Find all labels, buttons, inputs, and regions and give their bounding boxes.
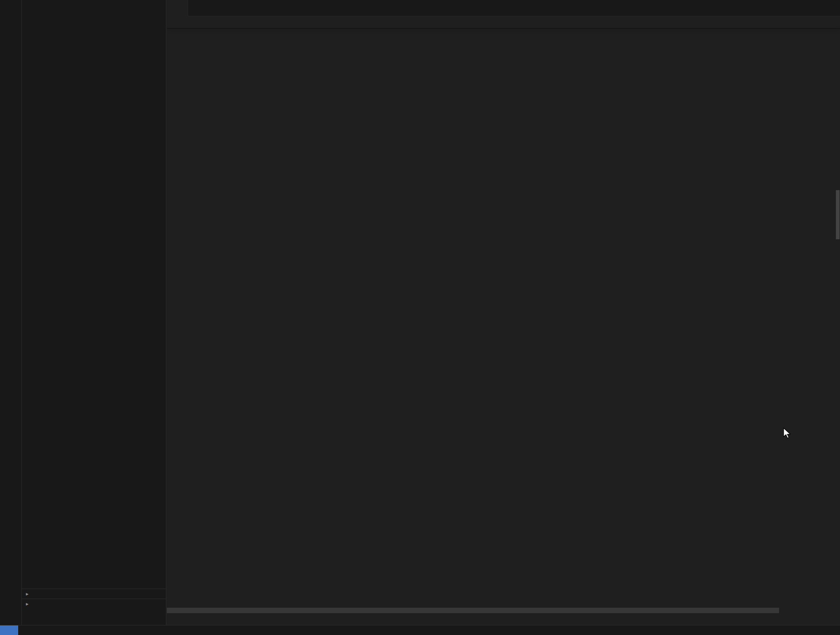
horizontal-scrollbar[interactable] <box>167 608 779 613</box>
minimap[interactable] <box>779 25 835 625</box>
vertical-scrollbar[interactable] <box>835 0 840 625</box>
breadcrumb <box>167 16 840 28</box>
chevron-right-icon: ▸ <box>24 591 31 596</box>
remote-indicator[interactable] <box>0 625 18 635</box>
status-bar <box>0 625 840 635</box>
explorer-sidebar: ▸ ▸ <box>22 0 166 625</box>
tab-catalog-template-yaml[interactable] <box>167 0 188 16</box>
editor-group <box>167 0 840 625</box>
activity-bar <box>0 0 22 625</box>
vscode-window: ▸ ▸ <box>0 0 840 635</box>
tab-bar <box>167 0 840 16</box>
sticky-scroll[interactable] <box>167 28 840 29</box>
code-area[interactable] <box>167 28 840 625</box>
chevron-right-icon: ▸ <box>24 601 31 606</box>
sidebar-header <box>22 0 166 15</box>
timeline-section[interactable]: ▸ <box>22 599 166 609</box>
outline-section[interactable]: ▸ <box>22 589 166 599</box>
